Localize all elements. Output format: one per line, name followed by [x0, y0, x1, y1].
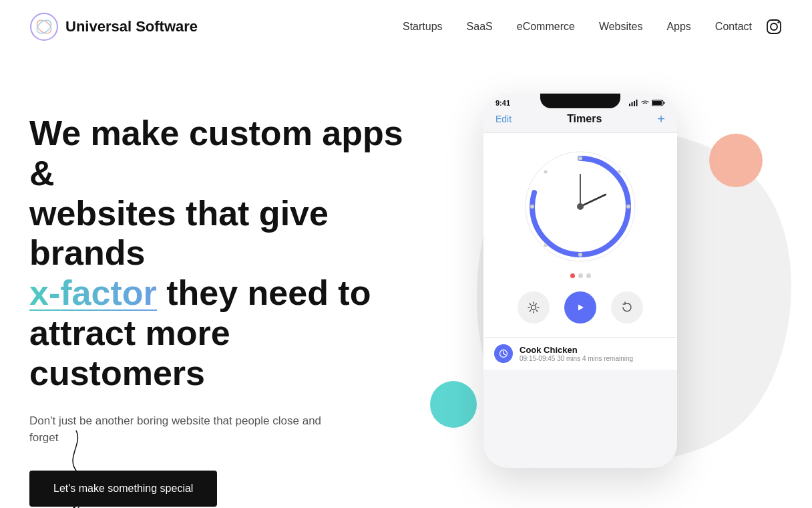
cta-button[interactable]: Let's make something special [29, 471, 217, 507]
nav-contact[interactable]: Contact [715, 21, 752, 32]
gear-btn[interactable] [518, 291, 550, 324]
svg-rect-9 [636, 100, 638, 106]
svg-point-16 [578, 253, 582, 257]
svg-point-20 [544, 244, 548, 247]
nav-ecommerce[interactable]: eCommerce [517, 21, 575, 32]
timer-sub: 09:15-09:45 30 mins 4 mins remaining [520, 355, 666, 362]
svg-point-24 [577, 203, 584, 210]
svg-point-0 [31, 13, 57, 40]
dot-1 [570, 273, 575, 278]
svg-point-5 [777, 21, 779, 23]
svg-rect-7 [632, 102, 633, 106]
timer-title: Cook Chicken [520, 345, 666, 355]
phone-dots [570, 273, 591, 278]
svg-point-25 [532, 305, 536, 310]
phone-add-btn[interactable]: + [657, 112, 665, 126]
nav-startups[interactable]: Startups [403, 21, 443, 32]
phone-edit-btn[interactable]: Edit [495, 114, 512, 124]
phone-bottom-item: Cook Chicken 09:15-09:45 30 mins 4 mins … [483, 337, 677, 370]
logo-area[interactable]: Universal Software [29, 12, 403, 41]
nav-links: Startups SaaS eCommerce Websites Apps Co… [403, 21, 752, 33]
highlight-text: x-factor [29, 273, 157, 312]
phone-controls [518, 285, 643, 330]
hero-section: We make custom apps & websites that give… [0, 53, 812, 508]
hero-heading: We make custom apps & websites that give… [29, 114, 403, 394]
timer-icon [494, 344, 513, 363]
phone-title: Timers [567, 113, 602, 125]
replay-btn[interactable] [611, 291, 643, 324]
logo-icon [29, 12, 59, 41]
phone-status-icons [629, 100, 665, 106]
phone-app-header: Edit Timers + [483, 110, 677, 133]
play-btn[interactable] [564, 291, 596, 324]
nav-apps[interactable]: Apps [666, 21, 690, 32]
svg-point-4 [771, 23, 777, 30]
svg-rect-8 [634, 101, 635, 106]
circle-peach [709, 134, 763, 187]
circle-teal [430, 381, 477, 428]
instagram-icon[interactable] [765, 18, 783, 35]
decorative-arrow [63, 430, 89, 508]
svg-point-19 [618, 170, 621, 174]
svg-point-15 [578, 156, 582, 160]
hero-left: We make custom apps & websites that give… [29, 94, 430, 507]
svg-point-2 [35, 17, 54, 36]
svg-point-17 [530, 205, 534, 209]
svg-point-18 [626, 205, 630, 209]
phone-clock-area [483, 133, 677, 337]
svg-rect-11 [664, 102, 665, 104]
nav-saas[interactable]: SaaS [467, 21, 493, 32]
phone-time: 9:41 [495, 99, 510, 107]
brand-name: Universal Software [65, 18, 198, 35]
dot-3 [586, 273, 591, 278]
hero-right: 9:41 Edit Timers + [430, 94, 783, 495]
nav-websites[interactable]: Websites [599, 21, 643, 32]
svg-rect-6 [629, 104, 630, 106]
dot-2 [578, 273, 583, 278]
svg-line-28 [503, 354, 505, 355]
phone-notch [540, 94, 620, 108]
svg-rect-12 [652, 101, 662, 105]
svg-point-21 [544, 170, 548, 174]
clock-face [520, 146, 640, 267]
phone-mockup: 9:41 Edit Timers + [483, 94, 677, 468]
timer-item-text: Cook Chicken 09:15-09:45 30 mins 4 mins … [520, 345, 666, 362]
